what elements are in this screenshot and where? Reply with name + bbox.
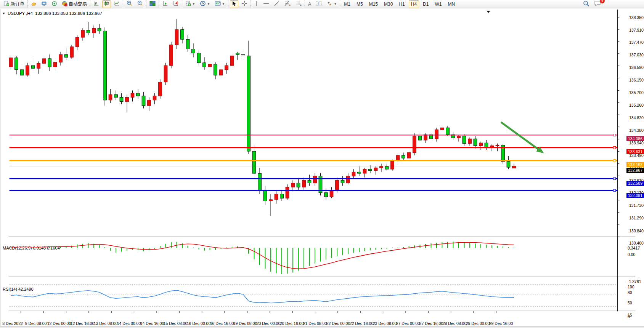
time-axis-label: 9 Dec 08:00 (25, 321, 47, 326)
time-axis-label: 20 Dec 16:00 (280, 321, 304, 326)
time-axis-label: 16 Dec 16:00 (210, 321, 234, 326)
market-watch-button[interactable] (29, 0, 38, 8)
time-axis-label: 16 Dec 00:00 (187, 321, 210, 326)
toolbar-group-insert: ▼ ▼ ▼ (182, 0, 228, 8)
time-axis-label: 14 Dec 16:00 (140, 321, 164, 326)
price-tick-label: 137.030 (629, 53, 644, 57)
price-tick-label: 138.350 (629, 15, 644, 20)
indicators-caret-icon[interactable]: ▼ (192, 3, 195, 6)
periods-caret-icon[interactable]: ▼ (207, 3, 210, 6)
toolbar-group-scroll (159, 0, 182, 8)
fibonacci-button[interactable]: E (283, 0, 292, 8)
crosshair-icon (241, 0, 247, 8)
macd-scale-label: -1.3761 (628, 279, 641, 284)
timeframe-button-m30[interactable]: M30 (382, 0, 395, 8)
zoom-in-icon (126, 0, 132, 8)
search-icon (583, 0, 589, 7)
horizontal-line-button[interactable] (262, 0, 271, 8)
price-line-badge: 134.086 (626, 136, 644, 141)
notifications-button[interactable]: 1 (594, 0, 601, 8)
price-tick-label: 136.590 (629, 65, 644, 70)
cursor-button[interactable] (230, 0, 238, 8)
time-axis-label: 12 Dec 16:00 (71, 321, 94, 326)
new-order-label: 新订单 (11, 1, 24, 7)
cursor-icon (231, 1, 237, 8)
fibonacci-icon: E (284, 1, 291, 8)
chart-plot-area[interactable] (1, 11, 626, 242)
indicators-button[interactable]: ▼ (184, 0, 197, 8)
zoom-in-button[interactable] (125, 0, 134, 8)
time-axis-label: 29 Dec 16:00 (489, 321, 513, 326)
time-axis-label: 12 Dec 00:00 (47, 321, 71, 326)
autotrading-button[interactable]: 自动交易 (60, 0, 88, 8)
chart-context-caret-icon[interactable]: ▼ (2, 12, 5, 15)
candlestick-chart-button[interactable] (102, 0, 111, 8)
vertical-line-button[interactable] (252, 0, 260, 8)
tile-windows-button[interactable] (148, 0, 157, 8)
line-chart-button[interactable] (112, 0, 121, 8)
new-order-button[interactable]: 新订单 (2, 0, 26, 8)
rsi-indicator-label: RSI(14) 42.2490 (3, 287, 34, 291)
rsi-scale-label: 100 (628, 285, 634, 289)
data-window-icon (41, 1, 47, 8)
signal-button[interactable] (50, 0, 59, 8)
time-axis-label: 23 Dec 08:00 (373, 321, 397, 326)
autotrading-label: 自动交易 (69, 1, 87, 7)
toolbar-group-zoom (123, 0, 146, 8)
toolbar-group-objects: E F (251, 0, 305, 8)
arrows-button[interactable]: ▼ (325, 0, 338, 8)
market-watch-icon (31, 1, 37, 8)
clock-icon (200, 0, 206, 8)
bar-chart-button[interactable] (92, 0, 101, 8)
timeframe-button-m5[interactable]: M5 (354, 0, 365, 8)
chart-symbol-period: USDJPY-,H4 (8, 11, 33, 16)
signal-icon (51, 1, 57, 8)
price-line-badge: 132.967 (626, 168, 644, 173)
chart-window: ▼ USDJPY-,H4 132.886 133.053 132.886 132… (0, 9, 644, 326)
time-axis-label: 28 Dec 08:00 (443, 321, 466, 326)
timeframe-button-h4[interactable]: H4 (409, 0, 419, 8)
price-tick-label: 136.150 (629, 78, 644, 82)
toolbar-group-panels: 自动交易 (27, 0, 90, 8)
tile-windows-icon (149, 0, 156, 8)
price-line-badge: 133.163 (626, 162, 644, 167)
toolbar-group-trade: 新订单 (1, 0, 27, 8)
data-window-button[interactable] (40, 0, 48, 8)
bar-chart-icon (93, 1, 99, 8)
rsi-line (11, 290, 514, 303)
autotrading-icon (62, 1, 67, 8)
time-axis-label: 22 Dec 00:00 (326, 321, 350, 326)
timeframe-button-m1[interactable]: M1 (342, 0, 353, 8)
templates-button[interactable]: ▼ (213, 0, 226, 8)
channels-icon: F (295, 1, 302, 8)
channels-button[interactable]: F (294, 0, 303, 8)
timeframe-button-h1[interactable]: H1 (397, 0, 407, 8)
horizontal-line-icon (263, 1, 269, 7)
chart-shift-button[interactable] (171, 0, 180, 8)
time-axis-label: 15 Dec 08:00 (164, 321, 187, 326)
line-chart-icon (114, 1, 120, 8)
trendline-button[interactable] (272, 0, 281, 8)
timeframe-button-d1[interactable]: D1 (421, 0, 431, 8)
text-button[interactable]: A (307, 0, 313, 8)
periods-button[interactable]: ▼ (198, 0, 212, 8)
chart-title: ▼ USDJPY-,H4 132.886 133.053 132.886 132… (2, 11, 102, 16)
search-button[interactable] (583, 0, 589, 8)
price-tick-label: 131.290 (629, 216, 644, 220)
timeframe-toolbar: M1M5M15M30H1H4D1W1MN (340, 0, 459, 8)
price-tick-label: 135.700 (629, 90, 644, 95)
auto-scroll-button[interactable] (161, 0, 170, 8)
text-label-button[interactable]: T (314, 0, 323, 8)
crosshair-button[interactable] (240, 0, 249, 8)
zoom-out-button[interactable] (135, 0, 145, 8)
timeframe-button-mn[interactable]: MN (445, 0, 457, 8)
timeframe-button-m15[interactable]: M15 (367, 0, 380, 8)
arrows-caret-icon[interactable]: ▼ (334, 3, 337, 6)
price-tick-label: 137.910 (629, 28, 644, 32)
templates-caret-icon[interactable]: ▼ (222, 3, 225, 6)
trendline-icon (274, 1, 279, 8)
macd-scale-label: 0.3417 (628, 246, 640, 250)
price-tick-label: 130.840 (629, 229, 644, 233)
macd-scale-label: 0.00 (628, 252, 635, 257)
timeframe-button-w1[interactable]: W1 (432, 0, 444, 8)
